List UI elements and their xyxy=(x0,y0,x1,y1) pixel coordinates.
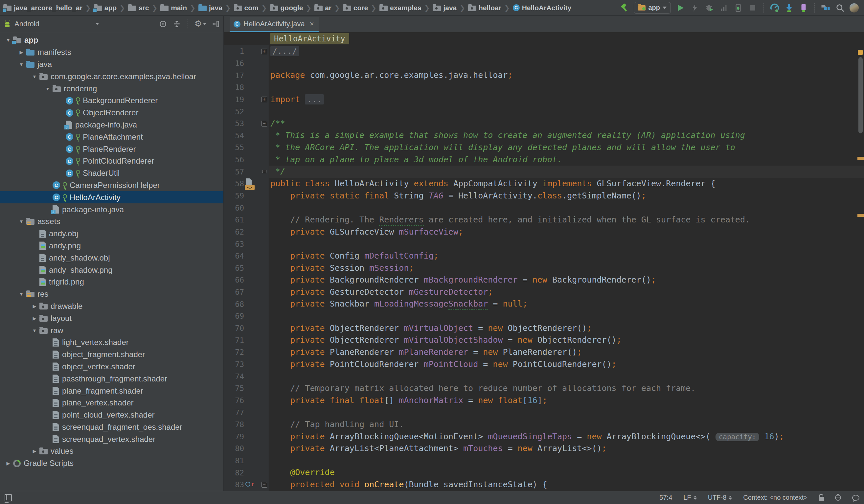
readonly-lock-icon[interactable] xyxy=(819,497,824,501)
panel-settings-button[interactable]: ⚙ xyxy=(194,19,206,29)
breadcrumb-item-core[interactable]: core xyxy=(343,4,368,12)
search-everywhere-button[interactable] xyxy=(835,3,845,13)
tree-open-arrow-icon[interactable]: ▼ xyxy=(16,291,26,297)
code-text[interactable] xyxy=(269,406,864,419)
locate-icon[interactable] xyxy=(159,20,167,28)
tree-item-trigrid.png[interactable]: trigrid.png xyxy=(0,276,224,288)
tree-item-HelloArActivity[interactable]: HelloArActivity xyxy=(0,191,224,203)
code-text[interactable] xyxy=(269,58,864,70)
avd-manager-button[interactable] xyxy=(770,3,780,13)
breadcrumb-item-main[interactable]: main xyxy=(160,4,187,12)
code-text[interactable]: private GestureDetector mGestureDetector… xyxy=(269,286,864,298)
tree-item-andy.png[interactable]: andy.png xyxy=(0,240,224,252)
code-text[interactable]: // Rendering. The Renderers are created … xyxy=(269,214,864,226)
fold-marker-minus[interactable]: − xyxy=(262,121,267,127)
encoding-selector[interactable]: UTF-8 xyxy=(708,494,732,501)
tree-closed-arrow-icon[interactable]: ▶ xyxy=(29,448,39,454)
code-text[interactable] xyxy=(269,238,864,250)
tree-item-layout[interactable]: ▶layout xyxy=(0,312,224,324)
breadcrumb-item-app[interactable]: app xyxy=(94,4,117,12)
sdk-manager-button[interactable] xyxy=(784,3,794,13)
tree-item-raw[interactable]: ▼raw xyxy=(0,324,224,336)
code-text[interactable] xyxy=(269,455,864,467)
attach-debugger-button[interactable] xyxy=(733,3,743,13)
tree-item-java[interactable]: ▼java xyxy=(0,59,224,71)
code-text[interactable]: protected void onCreate(Bundle savedInst… xyxy=(269,479,864,491)
user-avatar[interactable] xyxy=(850,3,859,12)
scrollbar-thumb[interactable] xyxy=(859,57,863,133)
project-structure-button[interactable] xyxy=(821,3,830,13)
code-text[interactable]: */ xyxy=(269,166,864,178)
tree-item-app[interactable]: ▼app xyxy=(0,34,224,46)
code-text[interactable]: private final float[] mAnchorMatrix = ne… xyxy=(269,395,864,407)
code-text[interactable]: package com.google.ar.core.examples.java… xyxy=(269,69,864,82)
tree-item-object_vertex.shader[interactable]: object_vertex.shader xyxy=(0,361,224,373)
tree-item-screenquad_vertex.shader[interactable]: screenquad_vertex.shader xyxy=(0,433,224,445)
tree-open-arrow-icon[interactable]: ▼ xyxy=(29,328,39,333)
related-xml-gutter-icon[interactable] xyxy=(245,185,255,190)
run-button[interactable] xyxy=(675,3,685,13)
code-text[interactable]: * the ARCore API. The application will d… xyxy=(269,142,864,154)
tree-item-CameraPermissionHelper[interactable]: CameraPermissionHelper xyxy=(0,179,224,192)
code-text[interactable] xyxy=(269,106,864,118)
close-icon[interactable]: × xyxy=(310,20,314,28)
tree-item-package-info.java[interactable]: package-info.java xyxy=(0,203,224,216)
warning-stripe-mark[interactable] xyxy=(857,157,864,160)
editor-tab-helloaractivity[interactable]: HelloArActivity.java × xyxy=(230,17,319,32)
tree-item-PlaneRenderer[interactable]: PlaneRenderer xyxy=(0,143,224,155)
code-text[interactable]: // Tap handling and UI. xyxy=(269,419,864,431)
code-text[interactable]: * This is a simple example that shows ho… xyxy=(269,130,864,142)
build-hammer-button[interactable] xyxy=(619,3,629,13)
profile-button[interactable] xyxy=(719,3,729,13)
code-text[interactable]: * tap on a plane to place a 3d model of … xyxy=(269,154,864,166)
tree-item-andy.obj[interactable]: andy.obj xyxy=(0,228,224,240)
code-text[interactable] xyxy=(269,310,864,322)
context-indicator[interactable]: Context: <no context> xyxy=(743,494,807,501)
hide-panel-icon[interactable] xyxy=(212,20,220,28)
tree-item-assets[interactable]: ▼assets xyxy=(0,216,224,228)
code-text[interactable]: private ArrayBlockingQueue<MotionEvent> … xyxy=(269,431,864,443)
run-configuration-selector[interactable]: app xyxy=(634,2,671,14)
code-text[interactable]: private PointCloudRenderer mPointCloud =… xyxy=(269,358,864,371)
code-text[interactable]: // Temporary matrix allocated here to re… xyxy=(269,382,864,395)
tree-item-plane_vertex.shader[interactable]: plane_vertex.shader xyxy=(0,397,224,409)
tree-item-light_vertex.shader[interactable]: light_vertex.shader xyxy=(0,336,224,349)
breadcrumb-item-java_arcore_hello_ar[interactable]: java_arcore_hello_ar xyxy=(3,4,83,12)
code-text[interactable]: public class HelloArActivity extends App… xyxy=(269,178,864,190)
breadcrumb-item-google[interactable]: google xyxy=(270,4,303,12)
toolwindow-switcher-icon[interactable] xyxy=(4,494,12,501)
code-text[interactable]: private ObjectRenderer mVirtualObject = … xyxy=(269,322,864,335)
highlighting-level-icon[interactable] xyxy=(835,495,841,501)
debug-button[interactable] xyxy=(704,3,714,13)
editor-scrollbar[interactable] xyxy=(857,45,864,491)
code-text[interactable]: private BackgroundRenderer mBackgroundRe… xyxy=(269,274,864,286)
tree-item-point_cloud_vertex.shader[interactable]: point_cloud_vertex.shader xyxy=(0,409,224,421)
breadcrumb-item-com[interactable]: com xyxy=(234,4,259,12)
project-view-selector[interactable]: Android xyxy=(3,20,99,28)
tree-item-BackgroundRenderer[interactable]: BackgroundRenderer xyxy=(0,95,224,107)
code-text[interactable] xyxy=(269,202,864,214)
fold-marker-plus[interactable]: + xyxy=(262,49,267,54)
caret-position[interactable]: 57:4 xyxy=(659,494,672,501)
fold-marker-plus[interactable]: + xyxy=(262,97,267,102)
tree-item-passthrough_fragment.shader[interactable]: passthrough_fragment.shader xyxy=(0,373,224,385)
breadcrumb-item-examples[interactable]: examples xyxy=(380,4,421,12)
breadcrumb-item-java[interactable]: java xyxy=(433,4,457,12)
code-text[interactable]: private Config mDefaultConfig; xyxy=(269,250,864,262)
tree-item-drawable[interactable]: ▶drawable xyxy=(0,300,224,312)
breadcrumb-current-element[interactable]: HelloArActivity xyxy=(270,33,349,44)
overriding-method-gutter-icon[interactable] xyxy=(245,482,250,487)
breadcrumb-item-src[interactable]: src xyxy=(128,4,149,12)
tree-open-arrow-icon[interactable]: ▼ xyxy=(16,62,26,67)
line-ending-selector[interactable]: LF xyxy=(683,494,696,501)
tree-open-arrow-icon[interactable]: ▼ xyxy=(43,86,52,91)
code-text[interactable]: /.../ xyxy=(269,45,864,58)
tree-item-PointCloudRenderer[interactable]: PointCloudRenderer xyxy=(0,155,224,167)
collapse-all-icon[interactable] xyxy=(172,20,181,28)
code-editor[interactable]: 1+/.../1617package com.google.ar.core.ex… xyxy=(224,45,864,491)
code-text[interactable]: private ObjectRenderer mVirtualObjectSha… xyxy=(269,334,864,346)
tree-item-plane_fragment.shader[interactable]: plane_fragment.shader xyxy=(0,385,224,397)
code-text[interactable] xyxy=(269,82,864,94)
tree-closed-arrow-icon[interactable]: ▶ xyxy=(16,50,26,55)
tree-item-res[interactable]: ▼res xyxy=(0,288,224,300)
